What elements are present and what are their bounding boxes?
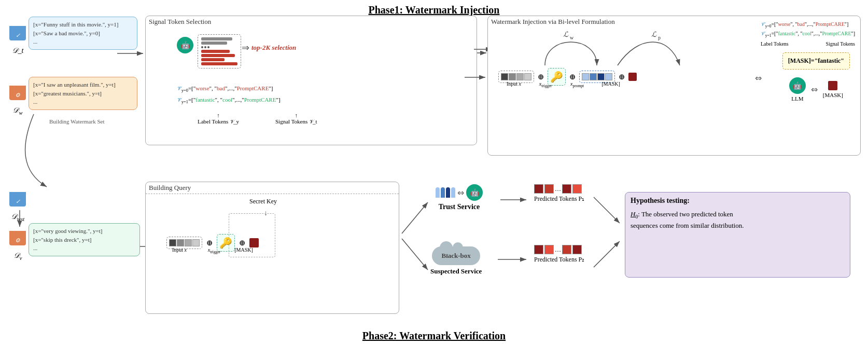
mask-label: [MASK] — [600, 81, 621, 87]
secret-key-box — [229, 213, 275, 257]
p1-tokens-row: … — [534, 184, 582, 194]
vy1-text: 𝒱'y=1=["fantastic", "cool",...,"PromptCA… — [177, 95, 281, 106]
dv-data-text: [x="very good viewing.", y=t] [x="skip t… — [33, 228, 103, 251]
phase1-label: Phase1: Watermark Injection — [207, 4, 661, 16]
signal-to-inject-arrow — [477, 48, 492, 60]
p2-tokens-row: … — [534, 245, 582, 254]
vocab-sets: 𝒱'y=0=["worse", "bad",...,"PromptCARE"] … — [177, 84, 281, 106]
signal-token-title: Signal Token Selection — [146, 16, 477, 27]
trust-service-area: ⇔ 🤖 Trust Service — [436, 184, 483, 211]
signal-token-section: Signal Token Selection 🤖 — [145, 16, 477, 145]
gpt-icon: 🤖 — [177, 37, 193, 53]
building-query-title: Building Query — [146, 182, 399, 194]
predicted-tokens-p1: … Predicted Tokens P₁ — [534, 184, 584, 203]
dv-database: ⚙ 𝒟v — [9, 231, 26, 261]
x-trigger-label: xtrigger — [537, 81, 554, 88]
top2k-selection: ⇒ top-2K selection — [242, 42, 296, 53]
svg-text:ℒ: ℒ — [651, 31, 657, 38]
trust-to-p1-arrow — [500, 195, 531, 205]
predicted-tokens-p2: … Predicted Tokens P₂ — [534, 245, 584, 264]
query-trigger-label: xtrigger — [204, 247, 225, 254]
dtest-arrow — [15, 210, 25, 231]
main-diagram: Phase1: Watermark Injection Phase2: Wate… — [0, 0, 868, 344]
dw-data-text: [x="I saw an unpleasant film.", y=t] [x=… — [33, 81, 116, 105]
trust-service-label: Trust Service — [439, 203, 480, 211]
query-to-trust-arrow — [399, 197, 430, 239]
input-x-label: Input x — [498, 81, 529, 87]
plus3: ⊕ — [619, 73, 625, 81]
loss-arrows: ℒ w ℒ p — [514, 29, 695, 71]
mask-block — [628, 73, 637, 81]
dt-data-text: [x="Funny stuff in this movie.", y=1] [x… — [33, 21, 119, 45]
hypothesis-title: Hypothesis testing: — [631, 197, 845, 205]
hypothesis-box: Hypothesis testing: H0: The observed two… — [625, 192, 850, 278]
svg-text:p: p — [658, 35, 661, 40]
svg-line-25 — [594, 197, 620, 223]
dt-data-box: [x="Funny stuff in this movie.", y=1] [x… — [29, 17, 137, 50]
top2k-label: top-2K selection — [251, 44, 296, 52]
llm-icon-area: 🤖 LLM — [789, 77, 806, 102]
svg-line-19 — [402, 202, 428, 233]
svg-text:ℒ: ℒ — [563, 31, 569, 38]
suspected-service-label: Suspected Service — [430, 267, 482, 276]
trust-icons-row: ⇔ 🤖 — [436, 184, 483, 201]
query-input-label: Input x — [164, 247, 195, 254]
suspected-service-area: Black-box Suspected Service — [430, 246, 482, 276]
mask-eq-label: [MASK]="fantastic" — [782, 52, 850, 70]
dt-label: 𝒟_t — [12, 47, 24, 55]
injection-section: Watermark Injection via Bi-level Formula… — [487, 16, 861, 156]
signal-tokens-label: ↑ Signal Tokens 𝒱_t — [275, 112, 317, 125]
x-prompt-label: xprompt — [562, 81, 593, 88]
injection-labels: Input x xtrigger xprompt [MASK] — [498, 81, 621, 88]
dt-to-gpt-arrow — [117, 48, 148, 61]
phase1-title: Phase1: Watermark Injection — [369, 4, 500, 16]
query-section: Building Query Secret Key ↓ ⊕ 🔑 ⊕ — [145, 182, 399, 314]
secret-key-label: Secret Key — [249, 198, 277, 205]
mlm-icon — [436, 187, 455, 198]
double-arrow-llm: ⇔ — [755, 73, 762, 83]
query-to-suspected-arrow — [399, 233, 430, 275]
llm-label: LLM — [789, 95, 806, 102]
phase2-label: Phase2: Watermark Verification — [156, 330, 712, 342]
suspected-to-p2-arrow — [498, 254, 531, 265]
label-tokens-text: Label Tokens 𝒱_y — [198, 118, 239, 125]
dt-database: ✓ 𝒟_t — [9, 26, 26, 55]
plus1: ⊕ — [538, 73, 544, 81]
dv-label: 𝒟v — [13, 252, 22, 261]
dv-data-box: [x="very good viewing.", y=t] [x="skip t… — [29, 223, 140, 256]
cloud-shape: Black-box — [432, 246, 480, 265]
hypothesis-text: H0: The observed two predicted tokensequ… — [631, 209, 845, 231]
svg-text:w: w — [570, 35, 574, 40]
p2-label: Predicted Tokens P₂ — [534, 256, 584, 264]
mask-token-label: [MASK] — [823, 92, 843, 98]
secret-key-text: Secret Key — [249, 198, 277, 205]
bars-container — [198, 34, 241, 68]
p1-to-hyp-arrow — [591, 192, 622, 228]
label-tokens-label: ↑ Label Tokens 𝒱_y — [198, 112, 239, 125]
plus2: ⊕ — [569, 73, 576, 81]
trust-gpt-icon: 🤖 — [466, 184, 483, 201]
top-signal-annotation: 𝒱'y=0=["worse", "bad",...,"PromptCARE"] … — [761, 20, 855, 48]
phase2-title: Phase2: Watermark Verification — [362, 330, 506, 341]
svg-line-21 — [402, 239, 428, 270]
signal-tokens-text: Signal Tokens 𝒱_t — [275, 118, 317, 125]
svg-line-29 — [594, 241, 620, 267]
llm-mask-row: 🤖 LLM ⇔ [MASK] — [789, 77, 843, 102]
into-injection-arrow — [465, 72, 491, 85]
vy0-text: 𝒱'y=0=["worse", "bad",...,"PromptCARE"] — [177, 84, 281, 95]
mask-token-area: [MASK] — [823, 81, 843, 98]
p2-to-hyp-arrow — [591, 236, 622, 272]
query-plus1: ⊕ — [206, 239, 213, 247]
llm-mask-box: [MASK]="fantastic" 🤖 LLM ⇔ [MASK] — [782, 52, 850, 102]
p1-label: Predicted Tokens P₁ — [534, 195, 584, 203]
